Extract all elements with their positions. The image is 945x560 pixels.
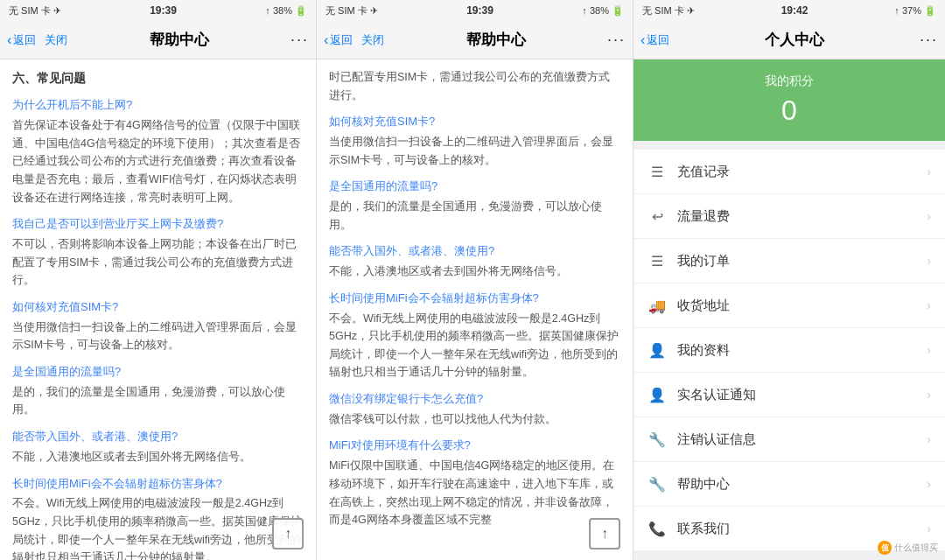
menu-label-recharge-history: 充值记录 [677,164,927,180]
menu-item-real-name-notification[interactable]: 👤实名认证通知› [634,373,945,417]
back-label-2: 返回 [330,32,353,48]
menu-list: ☰充值记录›↩流量退费›☰我的订单›🚚收货地址›👤我的资料›👤实名认证通知›🔧注… [634,150,945,550]
faq-answer: 当使用微信扫一扫设备上的二维码进入管理界面后，会显示SIM卡号，可与设备上的核对… [12,318,304,354]
menu-label-shipping-address: 收货地址 [677,298,927,314]
menu-item-traffic-refund[interactable]: ↩流量退费› [634,194,945,239]
faq-list-1: 为什么开机后不能上网?首先保证本设备处于有4G网络信号的位置（仅限于中国联通、中… [12,96,304,560]
content-panel2: 时已配置专用SIM卡，需通过我公司公布的充值缴费方式进行。如何核对充值SIM卡?… [317,60,633,560]
faq-question[interactable]: MiFi对使用环境有什么要求? [329,437,620,455]
nav-bar-panel1: ‹ 返回 关闭 帮助中心 ··· [0,21,316,60]
close-button-1[interactable]: 关闭 [45,32,67,48]
faq-question[interactable]: 为什么开机后不能上网? [12,96,304,115]
menu-icon-traffic-refund: ↩ [648,206,667,226]
battery-3: ↑ 37% 🔋 [894,5,936,17]
nav-bar-panel3: ‹ 返回 个人中心 ··· [634,21,945,60]
watermark: 值 什么值得买 [878,541,938,555]
back-label-3: 返回 [647,32,669,48]
menu-icon-my-profile: 👤 [648,340,667,360]
faq-answer: 不会。Wifi无线上网使用的电磁波波段一般是2.4GHz到5GHz，只比手机使用… [12,494,304,560]
faq-list-2: 时已配置专用SIM卡，需通过我公司公布的充值缴费方式进行。如何核对充值SIM卡?… [329,68,620,529]
menu-item-cancel-auth[interactable]: 🔧注销认证信息› [634,417,945,462]
status-right-panel1: ↑ 38% 🔋 [265,5,307,17]
status-right-panel2: ↑ 38% 🔋 [582,5,624,17]
battery-2: ↑ 38% 🔋 [582,5,624,17]
faq-answer: MiFi仅限中国联通、中国电信4G网络稳定的地区使用。在移动环境下，如开车行驶在… [329,457,620,529]
time-panel2: 19:39 [466,4,494,17]
menu-icon-my-orders: ☰ [648,251,667,270]
menu-chevron-my-profile: › [927,343,931,357]
faq-question[interactable]: 能否带入国外、或者港、澳使用? [12,428,304,446]
faq-question[interactable]: 能否带入国外、或者港、澳使用? [329,242,620,261]
chevron-icon-3: ‹ [640,32,645,48]
status-left-panel1: 无 SIM 卡 ✈ [9,4,61,18]
chevron-icon-2: ‹ [324,32,328,48]
back-button-panel1[interactable]: ‹ 返回 [7,32,36,48]
sim-status-3: 无 SIM 卡 ✈ [642,4,695,18]
faq-question[interactable]: 长时间使用MiFi会不会辐射超标仿害身体? [12,475,304,494]
battery-1: ↑ 38% 🔋 [265,5,307,17]
back-label-1: 返回 [13,32,36,48]
scroll-top-btn-2[interactable]: ↑ [589,518,620,550]
menu-label-traffic-refund: 流量退费 [677,208,927,225]
menu-chevron-shipping-address: › [927,298,931,312]
menu-label-my-profile: 我的资料 [677,342,927,359]
menu-chevron-my-orders: › [927,254,931,268]
faq-answer: 微信零钱可以付款，也可以找他人代为付款。 [329,410,620,429]
menu-chevron-cancel-auth: › [927,432,931,446]
faq-question[interactable]: 如何核对充值SIM卡? [12,298,304,317]
watermark-icon: 值 [878,541,892,555]
menu-icon-recharge-history: ☰ [648,162,667,181]
status-left-panel3: 无 SIM 卡 ✈ [642,4,695,18]
menu-chevron-contact-us: › [927,522,931,536]
close-button-2[interactable]: 关闭 [361,32,384,48]
nav-title-2: 帮助中心 [388,30,604,50]
faq-question[interactable]: 长时间使用MiFi会不会辐射超标仿害身体? [329,290,620,308]
faq-answer: 是的，我们的流量是全国通用，免漫游费，可以放心使用。 [329,198,620,234]
status-bar-panel3: 无 SIM 卡 ✈ 19:42 ↑ 37% 🔋 [634,0,945,21]
sim-status-1: 无 SIM 卡 ✈ [9,4,61,18]
menu-label-cancel-auth: 注销认证信息 [677,431,927,448]
back-button-panel3[interactable]: ‹ 返回 [640,32,669,48]
menu-label-help-center: 帮助中心 [677,476,927,493]
menu-item-recharge-history[interactable]: ☰充值记录› [634,150,945,194]
menu-icon-help-center: 🔧 [648,474,667,494]
menu-icon-shipping-address: 🚚 [648,296,667,315]
faq-question[interactable]: 是全国通用的流量吗? [329,178,620,196]
scroll-top-btn-1[interactable]: ↑ [272,518,304,550]
faq-answer: 首先保证本设备处于有4G网络信号的位置（仅限于中国联通、中国电信4G信号稳定的环… [12,116,304,206]
menu-icon-real-name-notification: 👤 [648,385,667,404]
panel-personal-center: 无 SIM 卡 ✈ 19:42 ↑ 37% 🔋 ‹ 返回 个人中心 ··· 我的… [634,0,945,560]
nav-title-3: 个人中心 [673,30,916,50]
faq-question[interactable]: 是全国通用的流量吗? [12,363,304,382]
nav-title-1: 帮助中心 [71,30,287,50]
faq-question[interactable]: 微信没有绑定银行卡怎么充值? [329,390,620,409]
menu-label-real-name-notification: 实名认证通知 [677,387,927,403]
more-button-3[interactable]: ··· [920,31,938,49]
faq-answer: 不会。Wifi无线上网使用的电磁波波段一般是2.4GHz到5GHz，只比手机使用… [329,310,620,382]
more-button-1[interactable]: ··· [290,31,309,49]
score-value: 0 [648,94,931,127]
more-button-2[interactable]: ··· [607,31,626,49]
back-button-panel2[interactable]: ‹ 返回 [324,32,353,48]
watermark-text: 什么值得买 [894,542,938,554]
menu-chevron-recharge-history: › [927,164,931,178]
menu-item-my-profile[interactable]: 👤我的资料› [634,328,945,373]
menu-item-my-orders[interactable]: ☰我的订单› [634,239,945,284]
status-bar-panel1: 无 SIM 卡 ✈ 19:39 ↑ 38% 🔋 [0,0,316,21]
faq-answer: 不可以，否则将影响本设备上网功能；本设备在出厂时已配置了专用SIM卡，需通过我公… [12,235,304,290]
menu-chevron-real-name-notification: › [927,388,931,402]
menu-item-shipping-address[interactable]: 🚚收货地址› [634,284,945,328]
time-panel3: 19:42 [781,4,808,17]
menu-chevron-help-center: › [927,477,931,491]
section-title-1: 六、常见问题 [12,68,304,88]
menu-icon-cancel-auth: 🔧 [648,430,667,449]
faq-question[interactable]: 如何核对充值SIM卡? [329,113,620,131]
faq-pretext: 时已配置专用SIM卡，需通过我公司公布的充值缴费方式进行。 [329,68,620,104]
chevron-icon-1: ‹ [7,32,11,48]
sim-status-2: 无 SIM 卡 ✈ [326,4,378,18]
menu-icon-contact-us: 📞 [648,519,667,538]
menu-label-my-orders: 我的订单 [677,253,927,270]
menu-item-help-center[interactable]: 🔧帮助中心› [634,462,945,507]
faq-question[interactable]: 我自己是否可以到营业厅买上网卡及缴费? [12,215,304,234]
faq-answer: 不能，入港澳地区或者去到国外将无网络信号。 [329,262,620,281]
